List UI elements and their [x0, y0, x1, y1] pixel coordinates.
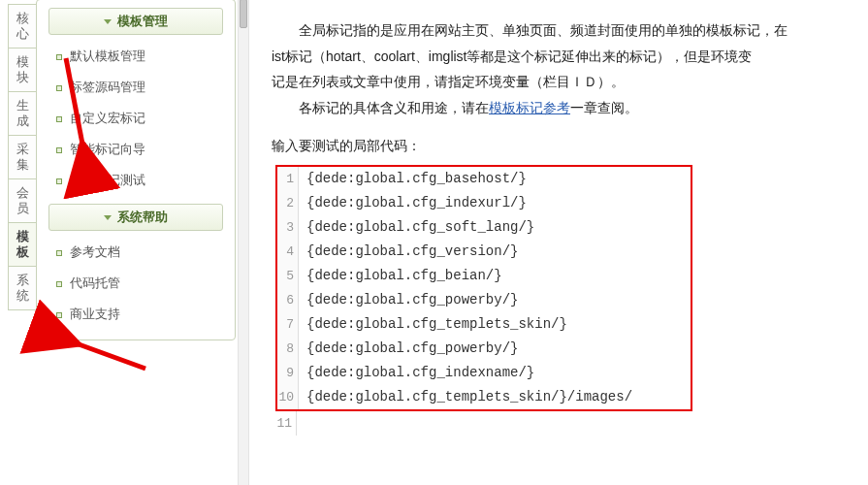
main-content: 全局标记指的是应用在网站主页、单独页面、频道封面使用的单独的模板标记，在 ist… [272, 0, 868, 436]
code-text: {dede:global.cfg_beian/} [299, 264, 502, 288]
code-line-10: 10{dede:global.cfg_templets_skin/}/image… [277, 385, 691, 409]
sidebar: 模板管理 默认模板管理 标签源码管理 自定义宏标记 智能标记向导 全局标记测试 … [36, 0, 236, 340]
line-number: 11 [275, 411, 297, 436]
scrollbar-thumb[interactable] [240, 0, 247, 28]
code-line-5: 5{dede:global.cfg_beian/} [277, 264, 691, 288]
tab-system[interactable]: 系统 [8, 266, 37, 310]
line-number: 9 [277, 361, 299, 385]
code-line-11: 11 [275, 411, 692, 436]
line-number: 1 [277, 167, 299, 191]
desc-line4a: 各标记的具体含义和用途，请在 [299, 100, 489, 115]
code-line-8: 8{dede:global.cfg_powerby/} [277, 337, 691, 361]
group-system-help[interactable]: 系统帮助 [48, 204, 223, 231]
bullet-icon [56, 54, 62, 60]
line-number: 6 [277, 288, 299, 312]
desc-line4b: 一章查阅。 [570, 100, 638, 115]
description-text: 全局标记指的是应用在网站主页、单独页面、频道封面使用的单独的模板标记，在 ist… [272, 17, 868, 120]
chevron-down-icon [104, 215, 112, 220]
menu-label: 商业支持 [70, 307, 120, 321]
menu-label: 代码托管 [70, 275, 120, 290]
bullet-icon [56, 116, 62, 122]
code-text: {dede:global.cfg_soft_lang/} [299, 215, 534, 240]
menu-label: 自定义宏标记 [70, 111, 145, 125]
line-number: 5 [277, 264, 299, 288]
template-reference-link[interactable]: 模板标记参考 [489, 100, 570, 115]
code-line-1: 1{dede:global.cfg_basehost/} [277, 167, 691, 191]
menu-default-template[interactable]: 默认模板管理 [37, 41, 235, 72]
bullet-icon [56, 281, 62, 287]
code-text: {dede:global.cfg_version/} [299, 240, 518, 264]
group-help-label: 系统帮助 [117, 210, 168, 224]
bullet-icon [56, 312, 62, 318]
bullet-icon [56, 147, 62, 153]
menu-business-support[interactable]: 商业支持 [37, 299, 235, 330]
left-nav-tabs: 核心 模块 生成 采集 会员 模板 系统 [8, 4, 37, 309]
menu-reference-docs[interactable]: 参考文档 [37, 237, 235, 268]
menu-global-tag-test[interactable]: 全局标记测试 [37, 165, 235, 196]
code-line-4: 4{dede:global.cfg_version/} [277, 240, 691, 264]
code-editor[interactable]: 1{dede:global.cfg_basehost/} 2{dede:glob… [275, 165, 692, 411]
line-number: 8 [277, 337, 299, 361]
code-line-7: 7{dede:global.cfg_templets_skin/} [277, 312, 691, 337]
tab-module[interactable]: 模块 [8, 48, 37, 92]
tab-collect[interactable]: 采集 [8, 135, 37, 179]
code-text: {dede:global.cfg_powerby/} [299, 337, 518, 361]
input-label: 输入要测试的局部代码： [272, 138, 868, 155]
bullet-icon [56, 250, 62, 256]
code-text: {dede:global.cfg_indexname/} [299, 361, 534, 385]
bullet-icon [56, 178, 62, 184]
code-line-2: 2{dede:global.cfg_indexurl/} [277, 191, 691, 215]
tab-template[interactable]: 模板 [8, 222, 37, 267]
desc-line3: 记是在列表或文章中使用，请指定环境变量（栏目ＩＤ）。 [272, 74, 625, 89]
code-text: {dede:global.cfg_basehost/} [299, 167, 527, 191]
desc-line2: ist标记（hotart、coolart、imglist等都是这个标记延伸出来的… [272, 48, 753, 64]
menu-custom-macro[interactable]: 自定义宏标记 [37, 103, 235, 134]
code-line-9: 9{dede:global.cfg_indexname/} [277, 361, 691, 385]
code-text: {dede:global.cfg_powerby/} [299, 288, 518, 312]
chevron-down-icon [104, 19, 112, 24]
line-number: 10 [277, 385, 299, 409]
menu-label: 参考文档 [70, 244, 120, 259]
group-template-manage[interactable]: 模板管理 [48, 8, 223, 35]
menu-code-hosting[interactable]: 代码托管 [37, 268, 235, 299]
sidebar-scrollbar[interactable] [238, 0, 249, 485]
menu-label: 默认模板管理 [70, 48, 145, 63]
tab-member[interactable]: 会员 [8, 178, 37, 223]
desc-line1: 全局标记指的是应用在网站主页、单独页面、频道封面使用的单独的模板标记，在 [299, 22, 788, 38]
menu-label: 全局标记测试 [70, 173, 145, 187]
tab-core[interactable]: 核心 [8, 4, 37, 48]
bullet-icon [56, 85, 62, 91]
code-text: {dede:global.cfg_templets_skin/} [299, 312, 567, 337]
menu-label: 标签源码管理 [70, 80, 145, 94]
line-number: 2 [277, 191, 299, 215]
menu-tag-source[interactable]: 标签源码管理 [37, 72, 235, 103]
code-text: {dede:global.cfg_indexurl/} [299, 191, 527, 215]
menu-label: 智能标记向导 [70, 142, 145, 156]
menu-smart-tag-wizard[interactable]: 智能标记向导 [37, 134, 235, 165]
line-number: 7 [277, 312, 299, 337]
line-number: 4 [277, 240, 299, 264]
code-line-6: 6{dede:global.cfg_powerby/} [277, 288, 691, 312]
code-text [297, 411, 305, 436]
line-number: 3 [277, 215, 299, 240]
code-text: {dede:global.cfg_templets_skin/}/images/ [299, 385, 632, 409]
group-template-label: 模板管理 [117, 14, 168, 28]
code-line-3: 3{dede:global.cfg_soft_lang/} [277, 215, 691, 240]
tab-generate[interactable]: 生成 [8, 91, 37, 136]
